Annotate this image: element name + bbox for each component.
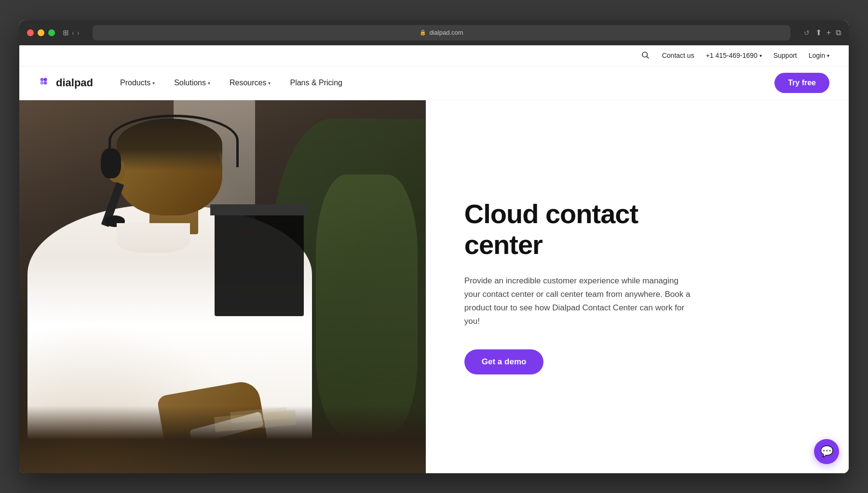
new-tab-icon[interactable]: + (827, 28, 831, 37)
minimize-button[interactable] (38, 29, 44, 36)
lock-icon: 🔒 (420, 29, 426, 36)
hero-image-background (19, 100, 426, 473)
search-icon[interactable] (641, 51, 651, 60)
browser-navigation: ⊞ ‹ › (63, 28, 79, 37)
svg-point-0 (642, 52, 648, 57)
get-demo-button[interactable]: Get a demo (464, 349, 544, 374)
maximize-button[interactable] (48, 29, 55, 36)
hero-image (19, 100, 426, 473)
products-label: Products (120, 79, 150, 87)
resources-label: Resources (230, 79, 266, 87)
hero-headline: Cloud contact center (464, 199, 820, 261)
chat-widget-button[interactable]: 💬 (814, 439, 839, 464)
svg-point-2 (41, 78, 44, 81)
browser-window: ⊞ ‹ › 🔒 dialpad.com ↺ ⬆ + ⧉ Contact us (19, 20, 849, 473)
browser-titlebar: ⊞ ‹ › 🔒 dialpad.com ↺ ⬆ + ⧉ (19, 20, 849, 45)
resources-chevron-icon: ▾ (268, 80, 271, 86)
solutions-nav-item[interactable]: Solutions ▾ (166, 75, 218, 91)
hero-section: Cloud contact center Provide an incredib… (19, 100, 849, 473)
support-link[interactable]: Support (773, 52, 797, 59)
dialpad-logo-icon (39, 76, 52, 90)
nav-links: Products ▾ Solutions ▾ Resources ▾ Plans… (112, 75, 774, 91)
utility-bar: Contact us +1 415-469-1690 ▾ Support Log… (19, 45, 849, 67)
solutions-chevron-icon: ▾ (208, 80, 210, 86)
logo-link[interactable]: dialpad (39, 76, 93, 90)
tab-grid-icon[interactable]: ⊞ (63, 28, 69, 37)
login-dropdown[interactable]: Login ▾ (809, 52, 829, 59)
plans-pricing-label: Plans & Pricing (290, 79, 342, 87)
chat-widget-icon: 💬 (820, 445, 833, 458)
contact-us-link[interactable]: Contact us (662, 52, 694, 59)
forward-icon[interactable]: › (77, 29, 80, 37)
login-text: Login (809, 52, 825, 59)
resources-nav-item[interactable]: Resources ▾ (222, 75, 278, 91)
page-content: Contact us +1 415-469-1690 ▾ Support Log… (19, 45, 849, 473)
svg-line-1 (647, 56, 649, 58)
products-chevron-icon: ▾ (152, 80, 155, 86)
try-free-button[interactable]: Try free (774, 73, 829, 93)
solutions-label: Solutions (174, 79, 206, 87)
close-button[interactable] (27, 29, 34, 36)
share-icon[interactable]: ⬆ (815, 28, 822, 37)
tabs-overview-icon[interactable]: ⧉ (836, 28, 841, 37)
back-icon[interactable]: ‹ (72, 29, 74, 37)
hero-text-section: Cloud contact center Provide an incredib… (426, 100, 849, 473)
phone-chevron-icon: ▾ (760, 53, 762, 58)
svg-point-4 (41, 81, 44, 85)
traffic-lights (27, 29, 55, 36)
products-nav-item[interactable]: Products ▾ (112, 75, 163, 91)
hero-headline-line1: Cloud contact (464, 199, 638, 229)
logo-text: dialpad (56, 77, 93, 89)
hero-description: Provide an incredible customer experienc… (464, 274, 696, 328)
address-bar[interactable]: 🔒 dialpad.com (93, 25, 790, 40)
plans-pricing-nav-item[interactable]: Plans & Pricing (282, 75, 350, 91)
reload-icon[interactable]: ↺ (804, 29, 810, 37)
login-chevron-icon: ▾ (827, 53, 829, 58)
phone-dropdown[interactable]: +1 415-469-1690 ▾ (706, 52, 762, 59)
browser-actions: ⬆ + ⧉ (815, 28, 841, 37)
url-text: dialpad.com (429, 29, 463, 36)
main-nav: dialpad Products ▾ Solutions ▾ Resources… (19, 67, 849, 100)
phone-number-text: +1 415-469-1690 (706, 52, 758, 59)
svg-point-5 (44, 81, 47, 85)
svg-point-3 (44, 78, 47, 81)
hero-headline-line2: center (464, 229, 542, 260)
